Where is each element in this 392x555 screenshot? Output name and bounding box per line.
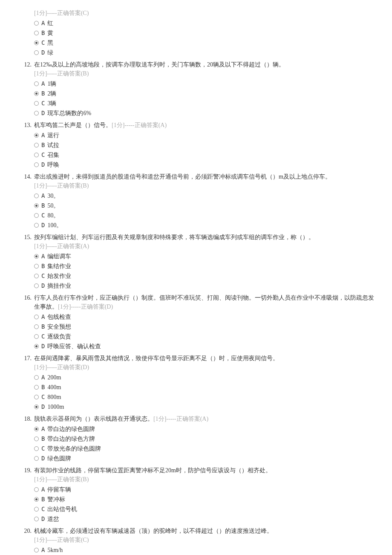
question-text: 有装卸作业的线路，停留车辆位置距离警冲标不足20m时，防护信号应该设与（）相齐处… [34, 467, 271, 474]
option[interactable]: A包线检查 [34, 312, 375, 322]
option-text: 召集 [47, 150, 59, 159]
option[interactable]: D呼唤应答、确认检查 [34, 341, 375, 351]
option-letter: D [41, 342, 45, 351]
radio-icon[interactable] [34, 101, 39, 106]
option[interactable]: D道岔 [34, 514, 375, 524]
option-letter: A [41, 79, 45, 88]
radio-icon[interactable] [34, 31, 39, 35]
option-text: 道岔 [47, 515, 59, 523]
radio-icon[interactable] [34, 194, 39, 198]
option-letter: C [41, 38, 45, 47]
radio-icon[interactable] [34, 395, 39, 399]
radio-icon[interactable] [34, 375, 39, 380]
option[interactable]: B安全预想 [34, 322, 375, 332]
option-letter: A [41, 191, 45, 200]
radio-icon[interactable] [34, 344, 39, 349]
question-meta: [1分]-----正确答案(A) [153, 416, 208, 422]
radio-icon[interactable] [34, 264, 39, 269]
option[interactable]: C80。 [34, 211, 375, 220]
option[interactable]: A退行 [34, 130, 375, 140]
option[interactable]: C3辆 [34, 98, 375, 108]
radio-icon[interactable] [34, 507, 39, 512]
option[interactable]: D100。 [34, 220, 375, 230]
radio-icon[interactable] [34, 436, 39, 441]
radio-icon[interactable] [34, 254, 39, 259]
option[interactable]: B黄 [34, 28, 375, 38]
radio-icon[interactable] [34, 487, 39, 492]
radio-icon[interactable] [34, 153, 39, 157]
option[interactable]: B带白边的绿色方牌 [34, 434, 375, 444]
option-letter: A [41, 425, 45, 434]
option[interactable]: D呼唤 [34, 160, 375, 170]
radio-icon[interactable] [34, 548, 39, 552]
option[interactable]: C召集 [34, 150, 375, 160]
option-text: 试拉 [47, 141, 59, 150]
option[interactable]: C出站信号机 [34, 504, 375, 514]
radio-icon[interactable] [34, 40, 39, 45]
option[interactable]: A停留车辆 [34, 485, 375, 494]
radio-icon[interactable] [34, 50, 39, 55]
option-text: 红 [47, 19, 53, 28]
option[interactable]: C逐级负责 [34, 332, 375, 341]
radio-icon[interactable] [34, 223, 39, 228]
option[interactable]: A编组调车 [34, 251, 375, 261]
radio-icon[interactable] [34, 334, 39, 339]
option[interactable]: B试拉 [34, 140, 375, 150]
radio-icon[interactable] [34, 456, 39, 461]
question-meta: [1分]-----正确答案(A) [112, 122, 167, 128]
radio-icon[interactable] [34, 517, 39, 521]
radio-icon[interactable] [34, 203, 39, 208]
option[interactable]: A200m [34, 373, 375, 382]
option[interactable]: D1000m [34, 402, 375, 412]
option[interactable]: A1辆 [34, 79, 375, 89]
option[interactable]: C始发作业 [34, 271, 375, 281]
option-letter: B [41, 495, 45, 504]
option[interactable]: B集结作业 [34, 261, 375, 271]
option-letter: C [41, 211, 45, 220]
option[interactable]: A红 [34, 18, 375, 28]
option[interactable]: A5km/h [34, 545, 375, 555]
radio-icon[interactable] [34, 213, 39, 218]
option-letter: B [41, 434, 45, 443]
option[interactable]: D绿 [34, 48, 375, 58]
option[interactable]: C800m [34, 392, 375, 402]
radio-icon[interactable] [34, 324, 39, 329]
option-letter: C [41, 393, 45, 402]
radio-icon[interactable] [34, 497, 39, 502]
option-letter: A [41, 131, 45, 140]
radio-icon[interactable] [34, 274, 39, 278]
radio-icon[interactable] [34, 446, 39, 451]
radio-icon[interactable] [34, 143, 39, 147]
option-letter: A [41, 19, 45, 28]
option[interactable]: A带白边的绿色圆牌 [34, 424, 375, 434]
option[interactable]: C带放光条的绿色圆牌 [34, 444, 375, 454]
radio-icon[interactable] [34, 405, 39, 409]
option-letter: D [41, 454, 45, 463]
radio-icon[interactable] [34, 427, 39, 431]
radio-icon[interactable] [34, 21, 39, 26]
option-text: 400m [47, 383, 61, 392]
option-text: 80。 [47, 211, 59, 220]
option-text: 30。 [47, 191, 59, 200]
radio-icon[interactable] [34, 315, 39, 319]
radio-icon[interactable] [34, 283, 39, 288]
radio-icon[interactable] [34, 91, 39, 96]
option-text: 100。 [47, 221, 62, 230]
radio-icon[interactable] [34, 111, 39, 116]
radio-icon[interactable] [34, 385, 39, 390]
option[interactable]: D摘挂作业 [34, 281, 375, 291]
option[interactable]: D绿色圆牌 [34, 454, 375, 463]
option[interactable]: B50。 [34, 201, 375, 211]
option[interactable]: B400m [34, 382, 375, 392]
option-letter: B [41, 383, 45, 392]
option[interactable]: B2辆 [34, 89, 375, 98]
option[interactable]: B警冲标 [34, 494, 375, 504]
option[interactable]: C黑 [34, 38, 375, 48]
radio-icon[interactable] [34, 133, 39, 138]
option[interactable]: A30。 [34, 191, 375, 201]
option[interactable]: D现车总辆数的6% [34, 108, 375, 118]
option-letter: D [41, 160, 45, 169]
radio-icon[interactable] [34, 162, 39, 167]
radio-icon[interactable] [34, 81, 39, 86]
option-list: A包线检查B安全预想C逐级负责D呼唤应答、确认检查 [34, 312, 375, 351]
